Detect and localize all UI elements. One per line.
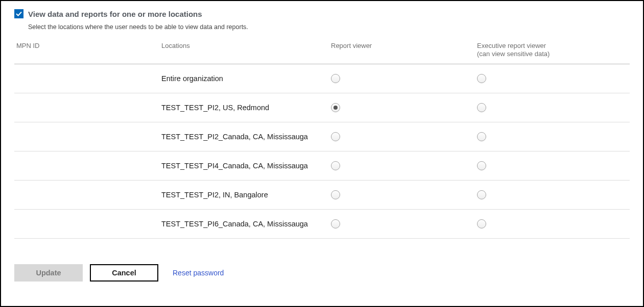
cell-location: TEST_TEST_PI4_Canada, CA, Mississauga [161,162,331,170]
col-header-locations: Locations [161,42,331,59]
section-description: Select the locations where the user need… [28,23,630,31]
section-header: View data and reports for one or more lo… [14,9,630,18]
report-viewer-radio[interactable] [331,190,340,199]
cell-location: Entire organization [161,74,331,83]
report-viewer-radio[interactable] [331,132,340,141]
exec-viewer-radio[interactable] [477,190,486,199]
table-row: TEST_TEST_PI2, IN, Bangalore [14,181,630,210]
table-row: TEST_TEST_PI6_Canada, CA, Mississauga [14,210,630,239]
cell-location: TEST_TEST_PI2, US, Redmond [161,104,331,112]
cell-exec-viewer [477,190,610,199]
table-row: TEST_TEST_PI2, US, Redmond [14,93,630,122]
table-header: MPN ID Locations Report viewer Executive… [14,39,630,64]
section-title: View data and reports for one or more lo… [28,10,202,18]
cell-report-viewer [331,103,477,112]
col-header-exec-line2: (can view sensitive data) [477,50,550,58]
cell-exec-viewer [477,132,610,141]
cell-location: TEST_TEST_PI6_Canada, CA, Mississauga [161,220,331,228]
cell-report-viewer [331,161,477,170]
col-header-exec-line1: Executive report viewer [477,42,546,49]
cell-report-viewer [331,132,477,141]
table-row: TEST_TEST_PI2_Canada, CA, Mississauga [14,122,630,151]
cell-exec-viewer [477,219,610,228]
exec-viewer-radio[interactable] [477,161,486,170]
check-icon [15,10,22,17]
report-viewer-radio[interactable] [331,103,340,112]
cell-report-viewer [331,219,477,228]
cell-location: TEST_TEST_PI2, IN, Bangalore [161,191,331,199]
reset-password-link[interactable]: Reset password [173,269,224,277]
cell-report-viewer [331,74,477,83]
cancel-button[interactable]: Cancel [90,264,158,282]
cell-exec-viewer [477,103,610,112]
exec-viewer-radio[interactable] [477,219,486,228]
footer: Update Cancel Reset password [14,264,630,282]
col-header-exec: Executive report viewer (can view sensit… [477,42,610,59]
exec-viewer-radio[interactable] [477,132,486,141]
locations-table: MPN ID Locations Report viewer Executive… [14,39,630,239]
report-viewer-radio[interactable] [331,74,340,83]
exec-viewer-radio[interactable] [477,103,486,112]
cell-exec-viewer [477,74,610,83]
cell-report-viewer [331,190,477,199]
table-row: Entire organization [14,64,630,93]
table-row: TEST_TEST_PI4_Canada, CA, Mississauga [14,151,630,181]
permissions-panel: View data and reports for one or more lo… [0,0,644,307]
report-viewer-radio[interactable] [331,161,340,170]
cell-exec-viewer [477,161,610,170]
report-viewer-radio[interactable] [331,219,340,228]
exec-viewer-radio[interactable] [477,74,486,83]
col-header-report: Report viewer [331,42,477,59]
update-button[interactable]: Update [14,264,83,282]
col-header-mpn: MPN ID [14,42,161,59]
view-data-checkbox[interactable] [14,9,23,18]
cell-location: TEST_TEST_PI2_Canada, CA, Mississauga [161,133,331,141]
